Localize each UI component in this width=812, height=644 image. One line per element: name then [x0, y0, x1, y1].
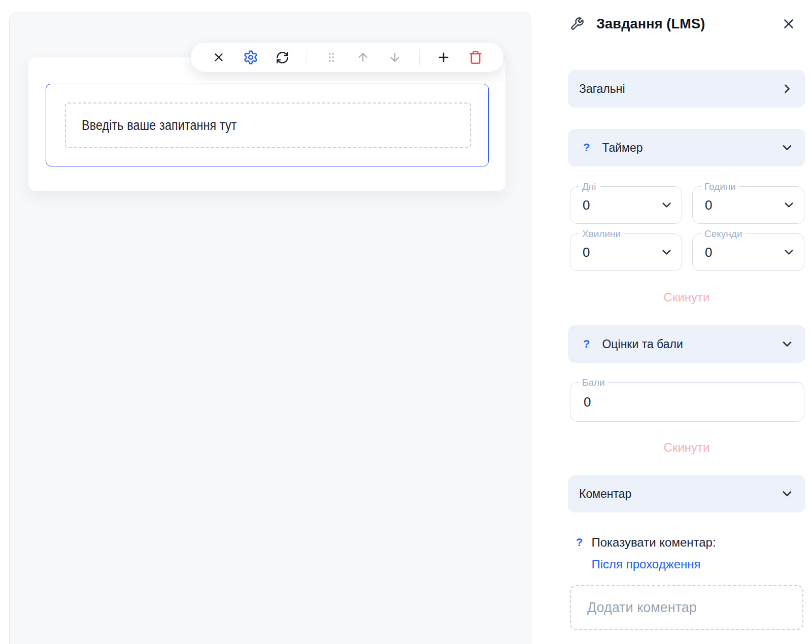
settings-panel: Завдання (LMS) Загальні ? Таймер Дні 0	[555, 0, 812, 644]
timer-minutes-value: 0	[583, 245, 590, 260]
help-icon[interactable]: ?	[583, 337, 590, 351]
help-icon[interactable]: ?	[576, 535, 583, 572]
editor-canvas: Введіть ваше запитання тут	[9, 12, 531, 644]
arrow-down-icon	[388, 51, 401, 64]
question-input-area[interactable]: Введіть ваше запитання тут	[65, 103, 471, 148]
add-comment-box[interactable]	[570, 585, 803, 630]
chevron-down-icon	[782, 198, 796, 212]
show-comment-value-link[interactable]: Після проходження	[591, 557, 716, 572]
timer-days-value: 0	[583, 197, 590, 213]
grip-dots-icon	[325, 51, 338, 64]
show-comment-row: ? Показувати коментар: Після проходження	[568, 535, 805, 572]
toolbar-separator	[419, 49, 420, 65]
section-general-label: Загальні	[579, 82, 780, 96]
toolbar-separator	[307, 49, 307, 65]
chevron-down-icon	[780, 487, 794, 501]
points-label: Бали	[579, 377, 608, 388]
refresh-icon	[276, 51, 289, 64]
plus-icon	[436, 50, 451, 64]
chevron-right-icon	[780, 82, 794, 96]
panel-close-button[interactable]	[781, 16, 796, 31]
section-timer-label: Таймер	[602, 141, 780, 155]
drag-handle[interactable]	[324, 50, 339, 65]
timer-seconds-select[interactable]: Секунди 0	[692, 233, 804, 271]
panel-title: Завдання (LMS)	[596, 16, 781, 32]
close-icon	[212, 51, 225, 64]
chevron-down-icon	[780, 337, 794, 351]
help-icon[interactable]: ?	[583, 141, 590, 154]
timer-seconds-label: Секунди	[701, 228, 746, 240]
points-field: Бали	[570, 382, 804, 422]
header-divider	[568, 52, 805, 52]
timer-hours-label: Години	[701, 181, 739, 192]
add-block-button[interactable]	[436, 50, 451, 65]
section-grades-label: Оцінки та бали	[602, 337, 780, 351]
wrench-icon	[570, 17, 584, 31]
chevron-down-icon	[782, 246, 796, 259]
show-comment-label: Показувати коментар:	[591, 535, 716, 550]
chevron-down-icon	[660, 198, 673, 212]
move-up-button[interactable]	[355, 50, 370, 65]
timer-days-label: Дні	[579, 181, 600, 192]
replace-button[interactable]	[275, 50, 290, 65]
move-down-button[interactable]	[387, 50, 402, 65]
section-grades[interactable]: ? Оцінки та бали	[568, 325, 805, 363]
panel-header: Завдання (LMS)	[568, 13, 805, 35]
arrow-up-icon	[356, 51, 369, 64]
timer-reset-button[interactable]: Скинути	[568, 290, 805, 304]
deselect-button[interactable]	[211, 50, 226, 65]
points-reset-button[interactable]: Скинути	[568, 440, 805, 455]
trash-icon	[468, 50, 483, 64]
block-toolbar	[191, 43, 503, 72]
section-comment-label: Коментар	[579, 487, 780, 501]
delete-block-button[interactable]	[468, 50, 483, 65]
timer-minutes-select[interactable]: Хвилини 0	[570, 233, 682, 271]
gear-icon	[243, 50, 258, 65]
question-block-selected[interactable]: Введіть ваше запитання тут	[46, 84, 489, 166]
points-input[interactable]	[583, 394, 775, 411]
timer-hours-value: 0	[705, 197, 712, 213]
section-general[interactable]: Загальні	[568, 70, 805, 108]
settings-button[interactable]	[243, 50, 258, 65]
section-timer[interactable]: ? Таймер	[568, 129, 805, 166]
add-comment-input[interactable]	[586, 599, 792, 616]
question-card: Введіть ваше запитання тут	[28, 57, 505, 191]
timer-hours-select[interactable]: Години 0	[692, 186, 804, 224]
timer-minutes-label: Хвилини	[579, 228, 624, 240]
section-comment[interactable]: Коментар	[568, 475, 805, 513]
chevron-down-icon	[660, 246, 673, 259]
close-icon	[781, 16, 796, 31]
timer-seconds-value: 0	[705, 245, 712, 260]
timer-fields: Дні 0 Години 0 Хвилини 0 Секунди 0	[570, 186, 804, 271]
chevron-down-icon	[780, 141, 794, 155]
question-placeholder: Введіть ваше запитання тут	[82, 118, 237, 133]
timer-days-select[interactable]: Дні 0	[570, 186, 682, 224]
